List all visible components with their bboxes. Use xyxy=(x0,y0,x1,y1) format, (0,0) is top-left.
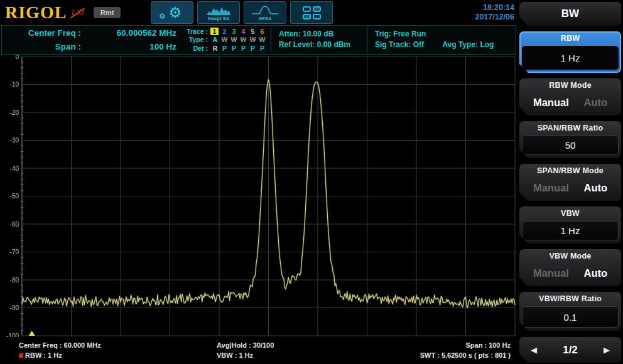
analyzer-screen: RIGOL LXI Rmt ⚙ ⚙ Swept SA GPSA xyxy=(0,0,623,364)
mode-icon-row: ⚙ ⚙ Swept SA GPSA xyxy=(151,1,333,24)
svg-text:-100: -100 xyxy=(6,333,19,338)
softkey-label: VBW/RBW Ratio xyxy=(519,292,621,306)
trace-type: W xyxy=(239,36,248,43)
sig-track-readout: Sig Track: Off xyxy=(375,40,424,49)
svg-text:-90: -90 xyxy=(10,304,19,311)
next-page-arrow[interactable]: ▶ xyxy=(604,345,610,355)
softkey-value: 0.1 xyxy=(522,306,619,328)
softkey-rbw[interactable]: RBW1 Hz xyxy=(519,31,621,73)
svg-text:-60: -60 xyxy=(10,221,19,228)
status-rbw: RBW : 1 Hz xyxy=(25,351,62,359)
svg-text:-10: -10 xyxy=(10,81,19,88)
svg-text:0: 0 xyxy=(15,55,19,60)
trace-number: 4 xyxy=(239,28,248,35)
center-freq-label: Center Freq : xyxy=(11,27,81,39)
svg-text:-20: -20 xyxy=(10,109,19,116)
trace-bottom-marker xyxy=(29,331,35,336)
clock-date: 2017/12/06 xyxy=(475,13,514,22)
prev-page-arrow[interactable]: ◀ xyxy=(531,345,537,355)
softkey-rbw-mode[interactable]: RBW ModeManualAuto xyxy=(519,78,621,115)
atten-block: Atten: 10.00 dB Ref Level: 0.00 dBm xyxy=(271,26,367,54)
det-row-label: Det : xyxy=(183,45,208,52)
trig-block: Trig: Free Run Sig Track: Off Avg Type: … xyxy=(367,26,516,54)
page-nav[interactable]: ◀ 1/2 ▶ xyxy=(519,337,621,363)
swept-sa-label: Swept SA xyxy=(208,16,230,21)
softkey-label: VBW xyxy=(519,206,621,220)
toggle-option-auto[interactable]: Auto xyxy=(584,267,608,279)
softkey-value: 50 xyxy=(522,136,619,155)
type-row-label: Type : xyxy=(183,36,208,43)
softkey-vbw-mode[interactable]: VBW ModeManualAuto xyxy=(519,249,621,286)
freq-readout-block: Center Freq : 60.000562 MHz Span : 100 H… xyxy=(2,26,176,54)
trace-number: 2 xyxy=(220,28,229,35)
spectrum-display: 0-10-20-30-40-50-60-70-80-90-100 xyxy=(0,55,518,337)
lxi-logo: LXI xyxy=(70,8,85,18)
display-layout-button[interactable] xyxy=(290,1,333,24)
small-gear-icon: ⚙ xyxy=(159,12,166,21)
span-label: Span : xyxy=(11,41,81,53)
trace-detectors: RPPPPP xyxy=(210,45,267,52)
trace-types: AWWWWW xyxy=(210,36,267,43)
ref-level-readout: Ref Level: 0.00 dBm xyxy=(279,40,359,50)
status-avg-hold: Avg|Hold : 30/100 xyxy=(217,340,371,350)
svg-text:-80: -80 xyxy=(10,277,19,284)
top-bar: RIGOL LXI Rmt ⚙ ⚙ Swept SA GPSA xyxy=(0,0,518,25)
toggle-option-manual[interactable]: Manual xyxy=(533,97,569,109)
system-settings-button[interactable]: ⚙ ⚙ xyxy=(151,1,193,24)
trace-detector: R xyxy=(210,45,220,52)
trace-number: 5 xyxy=(248,28,257,35)
toggle-option-auto[interactable]: Auto xyxy=(584,97,608,109)
trace-type: A xyxy=(210,36,220,43)
trace-type: W xyxy=(257,36,267,43)
svg-text:-30: -30 xyxy=(10,137,19,144)
svg-text:-70: -70 xyxy=(10,249,19,255)
gear-icon: ⚙ xyxy=(169,6,182,20)
trace-detector: P xyxy=(239,45,248,52)
span-value: 100 Hz xyxy=(81,41,176,53)
trace-status-block: Trace : 123456 Type : AWWWWW Det : RPPPP… xyxy=(183,26,271,54)
softkey-label: RBW Mode xyxy=(519,78,621,92)
trace-type: W xyxy=(248,36,257,43)
svg-text:-40: -40 xyxy=(10,165,19,172)
toggle-option-manual[interactable]: Manual xyxy=(533,182,569,194)
svg-text:-50: -50 xyxy=(10,193,19,200)
clock-time: 18:20:14 xyxy=(475,3,514,13)
trace-detector: P xyxy=(248,45,257,52)
avg-type-readout: Avg Type: Log xyxy=(442,40,494,49)
trace-type: W xyxy=(229,36,239,43)
sidebar-items: RBW1 HzRBW ModeManualAutoSPAN/RBW Ratio5… xyxy=(519,31,621,331)
rbw-uncal-indicator xyxy=(19,353,23,358)
trace-detector: P xyxy=(229,45,239,52)
status-swt: SWT : 5.62500 s ( pts : 801 ) xyxy=(371,350,511,360)
status-bar: Center Freq : 60.000 MHz RBW : 1 Hz Avg|… xyxy=(0,337,518,364)
softkey-span-rbw-mode[interactable]: SPAN/RBW ModeManualAuto xyxy=(519,164,621,201)
trace-number: 6 xyxy=(257,28,267,35)
gpsa-mode-button[interactable]: GPSA xyxy=(244,1,286,24)
softkey-label: SPAN/RBW Mode xyxy=(519,164,621,178)
softkey-vbw-rbw-ratio[interactable]: VBW/RBW Ratio0.1 xyxy=(519,292,621,331)
menu-title: BW xyxy=(519,2,621,26)
grid-icon xyxy=(303,6,321,19)
toggle-option-auto[interactable]: Auto xyxy=(584,182,608,194)
remote-status-badge: Rmt xyxy=(94,7,121,18)
spectrum-trace-icon xyxy=(206,5,231,16)
softkey-menu: BW RBW1 HzRBW ModeManualAutoSPAN/RBW Rat… xyxy=(518,0,623,364)
trace-detector: P xyxy=(220,45,229,52)
softkey-vbw[interactable]: VBW1 Hz xyxy=(519,206,621,244)
gpsa-label: GPSA xyxy=(258,16,271,21)
softkey-span-rbw-ratio[interactable]: SPAN/RBW Ratio50 xyxy=(519,121,621,158)
info-bar: Center Freq : 60.000562 MHz Span : 100 H… xyxy=(1,25,516,55)
toggle-option-manual[interactable]: Manual xyxy=(533,267,569,279)
logo-area: RIGOL LXI Rmt xyxy=(0,2,137,23)
status-center-freq: Center Freq : 60.000 MHz xyxy=(19,340,217,350)
gaussian-peak-icon xyxy=(251,5,279,16)
trig-readout: Trig: Free Run xyxy=(375,29,516,40)
status-vbw: VBW : 1 Hz xyxy=(217,350,371,360)
trace-number: 1 xyxy=(210,28,219,35)
swept-sa-mode-button[interactable]: Swept SA xyxy=(197,1,240,24)
softkey-label: RBW xyxy=(519,31,621,45)
trace-row-label: Trace : xyxy=(183,28,208,35)
page-indicator: 1/2 xyxy=(563,344,578,356)
spectrum-plot: 0-10-20-30-40-50-60-70-80-90-100 xyxy=(0,55,518,337)
clock: 18:20:14 2017/12/06 xyxy=(475,3,518,22)
